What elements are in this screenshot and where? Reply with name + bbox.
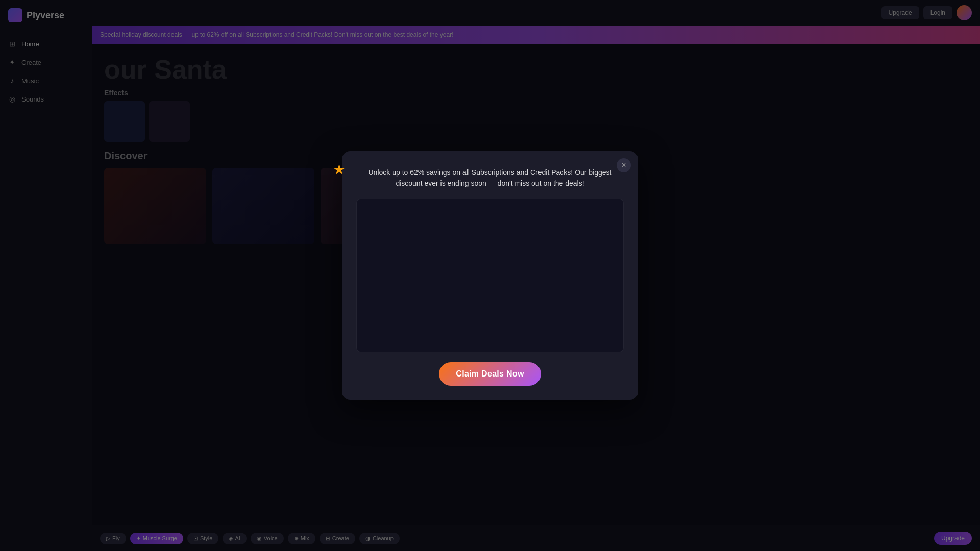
claim-deals-button[interactable]: Claim Deals Now bbox=[439, 362, 541, 386]
deals-modal: ★ × Unlock up to 62% savings on all Subs… bbox=[342, 151, 638, 400]
modal-headline: Unlock up to 62% savings on all Subscrip… bbox=[356, 167, 624, 189]
modal-backdrop: ★ × Unlock up to 62% savings on all Subs… bbox=[0, 0, 980, 551]
star-accent-icon: ★ bbox=[333, 161, 346, 178]
modal-close-button[interactable]: × bbox=[617, 158, 631, 172]
modal-image bbox=[356, 199, 624, 352]
